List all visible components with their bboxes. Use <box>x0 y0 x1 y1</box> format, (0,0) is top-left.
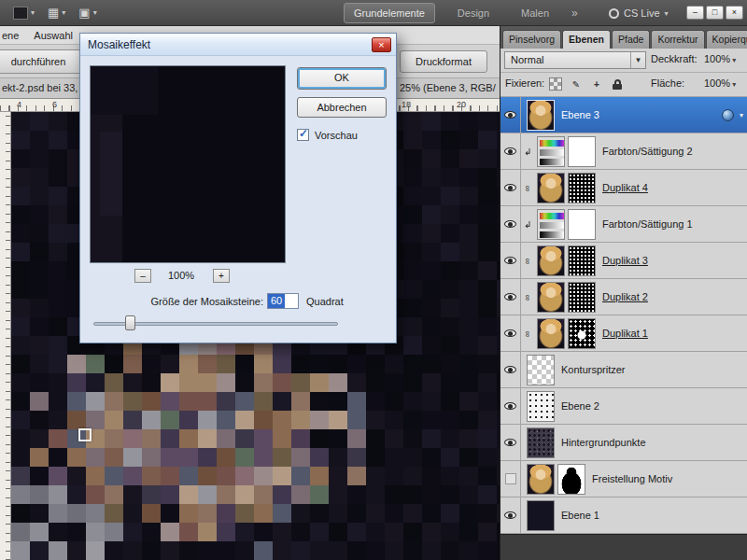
visibility-toggle[interactable] <box>500 97 521 133</box>
tab-pinselvorg[interactable]: Pinselvorg <box>502 30 561 49</box>
layer-name[interactable]: Ebene 2 <box>561 400 599 412</box>
tab-korrektur[interactable]: Korrektur <box>651 30 704 49</box>
screen-mode-control[interactable]: ▣ ▾ <box>78 6 96 20</box>
visibility-toggle[interactable] <box>500 315 521 351</box>
chain-link-icon: ∞ <box>523 186 532 191</box>
visibility-toggle[interactable] <box>500 388 521 424</box>
visibility-toggle[interactable] <box>500 425 521 460</box>
tab-pfade[interactable]: Pfade <box>612 30 650 49</box>
cs-live-control[interactable]: CS Live ▾ <box>609 0 669 26</box>
layer-name[interactable]: Konturspritzer <box>561 364 625 375</box>
layer-row-duplikat-4[interactable]: ∞Duplikat 4 <box>500 170 747 206</box>
visibility-toggle[interactable] <box>500 133 521 169</box>
close-button[interactable]: × <box>726 6 743 20</box>
layer-row-duplikat-3[interactable]: ∞Duplikat 3 <box>500 243 747 279</box>
layer-mask-thumbnail[interactable] <box>568 318 596 349</box>
layer-mask-thumbnail[interactable] <box>568 136 596 167</box>
layer-name[interactable]: Hintergrundpunkte <box>561 437 646 448</box>
menu-item-auswahl[interactable]: Auswahl <box>34 30 73 41</box>
tab-ebenen[interactable]: Ebenen <box>562 30 611 49</box>
layer-name[interactable]: Freistellung Motiv <box>592 473 672 484</box>
dialog-close-button[interactable]: × <box>372 37 391 52</box>
layer-thumbnail[interactable] <box>527 100 555 131</box>
menu-item-ene[interactable]: ene <box>2 30 19 41</box>
lock-transparency-icon[interactable] <box>549 77 562 91</box>
layer-mask-thumbnail[interactable] <box>557 464 585 495</box>
restore-button[interactable]: □ <box>706 6 724 20</box>
mosaic-cell <box>478 429 497 448</box>
layer-row-farbton-s-ttigung-1[interactable]: ↳Farbton/Sättigung 1 <box>500 206 747 243</box>
workspace-button-design[interactable]: Design <box>448 4 499 22</box>
layer-name[interactable]: Duplikat 4 <box>602 182 648 193</box>
layer-mask-thumbnail[interactable] <box>568 245 596 276</box>
cancel-button[interactable]: Abbrechen <box>297 97 387 118</box>
layer-thumbnail[interactable] <box>527 500 555 531</box>
fill-value[interactable]: 100%▾ <box>704 77 736 89</box>
workspace-button-malen[interactable]: Malen <box>512 4 558 22</box>
lock-position-icon[interactable]: + <box>590 77 603 91</box>
lock-pixels-icon[interactable]: ✎ <box>570 77 583 91</box>
layer-thumbnail[interactable] <box>537 173 565 203</box>
zoom-in-button[interactable]: + <box>213 269 230 283</box>
cell-size-input[interactable]: 60 <box>267 293 299 309</box>
layer-name[interactable]: Duplikat 2 <box>602 291 648 302</box>
visibility-toggle[interactable] <box>500 243 521 278</box>
layer-row-konturspritzer[interactable]: Konturspritzer <box>500 352 747 388</box>
layer-row-duplikat-2[interactable]: ∞Duplikat 2 <box>500 279 747 315</box>
layer-name[interactable]: Farbton/Sättigung 2 <box>602 146 693 157</box>
mosaic-cell <box>310 467 329 485</box>
chevron-down-icon[interactable]: ▾ <box>740 111 743 119</box>
layer-thumbnail[interactable] <box>537 245 565 276</box>
ok-button[interactable]: OK <box>297 67 387 90</box>
visibility-toggle[interactable] <box>500 206 521 242</box>
layer-name[interactable]: Ebene 3 <box>561 109 599 120</box>
layer-name[interactable]: Duplikat 1 <box>602 328 648 339</box>
workspace-button-grundelemente[interactable]: Grundelemente <box>344 3 435 23</box>
layer-name[interactable]: Ebene 1 <box>561 510 599 521</box>
print-format-button[interactable]: Druckformat <box>400 50 487 73</box>
eye-icon <box>504 511 516 519</box>
layer-row-duplikat-1[interactable]: ∞Duplikat 1 <box>500 315 747 352</box>
visibility-toggle[interactable] <box>500 461 521 497</box>
visibility-toggle[interactable] <box>500 279 521 315</box>
layer-thumbnail[interactable] <box>537 209 565 240</box>
layer-mask-thumbnail[interactable] <box>568 173 596 203</box>
zoom-out-button[interactable]: – <box>134 269 151 283</box>
visibility-toggle[interactable] <box>500 352 521 387</box>
layer-row-ebene-1[interactable]: Ebene 1 <box>500 497 747 534</box>
layer-thumbnail[interactable] <box>537 318 565 349</box>
layer-row-ebene-3[interactable]: Ebene 3▾ <box>500 97 747 133</box>
layer-row-freistellung-motiv[interactable]: Freistellung Motiv <box>500 461 747 497</box>
minimize-button[interactable]: – <box>686 6 704 20</box>
blend-mode-dropdown[interactable]: Normal ▼ <box>504 51 646 69</box>
dialog-title[interactable]: Mosaikeffekt <box>80 34 396 56</box>
filter-preview[interactable] <box>90 65 286 263</box>
layer-row-ebene-2[interactable]: Ebene 2 <box>500 388 747 425</box>
layer-name[interactable]: Farbton/Sättigung 1 <box>602 218 693 230</box>
layer-row-hintergrundpunkte[interactable]: Hintergrundpunkte <box>500 425 747 461</box>
visibility-toggle[interactable] <box>500 497 521 533</box>
view-extras-control[interactable]: ▦ ▾ <box>48 6 65 20</box>
layer-thumbnail[interactable] <box>527 464 555 495</box>
layer-thumbnail[interactable] <box>527 427 555 458</box>
layer-thumbnail[interactable] <box>537 136 565 167</box>
opacity-value[interactable]: 100%▾ <box>704 53 736 64</box>
layer-mask-thumbnail[interactable] <box>568 209 596 240</box>
commit-button[interactable]: durchführen <box>0 49 84 74</box>
tab-kopierque[interactable]: Kopierque <box>706 30 747 49</box>
more-workspaces-chevron-icon[interactable]: » <box>571 7 578 20</box>
layer-thumbnail[interactable] <box>537 282 565 313</box>
layer-row-farbton-s-ttigung-2[interactable]: ↳Farbton/Sättigung 2 <box>500 133 747 170</box>
layer-thumbnail[interactable] <box>527 355 555 385</box>
lock-all-icon[interactable] <box>611 77 624 91</box>
effects-icon[interactable] <box>722 109 734 121</box>
visibility-toggle[interactable] <box>500 170 521 205</box>
mosaic-cell <box>441 429 459 448</box>
tool-preset-control[interactable]: ▾ <box>13 7 35 20</box>
mosaic-cell <box>217 392 235 411</box>
layer-thumbnail[interactable] <box>527 391 555 422</box>
layer-mask-thumbnail[interactable] <box>568 282 596 313</box>
preview-checkbox[interactable]: ✓ <box>297 129 309 141</box>
layer-name[interactable]: Duplikat 3 <box>602 255 648 266</box>
cell-size-slider-thumb[interactable] <box>125 315 135 330</box>
